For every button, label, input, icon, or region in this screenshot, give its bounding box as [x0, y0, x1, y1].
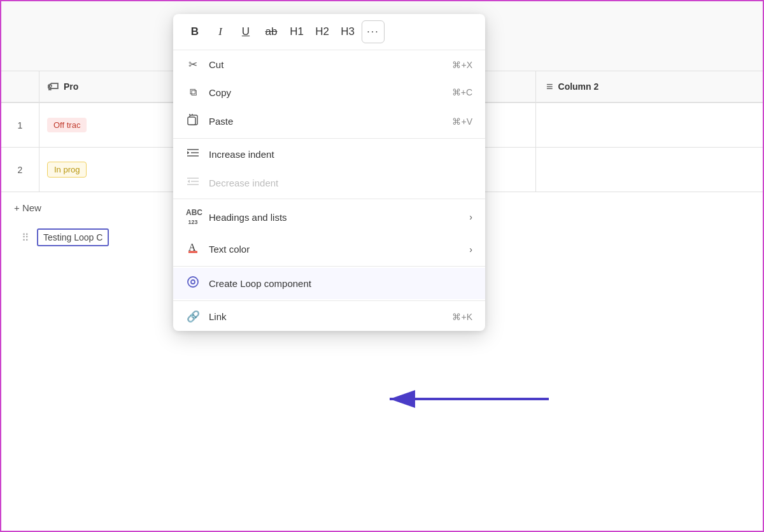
- text-color-label: Text color: [209, 244, 250, 255]
- loop-icon: [186, 276, 200, 291]
- headings-lists-label: Headings and lists: [209, 212, 287, 223]
- headings-chevron-icon: ›: [469, 212, 472, 222]
- row-col2-2: [536, 148, 763, 192]
- copy-menu-item[interactable]: ⧉ Copy ⌘+C: [173, 79, 485, 106]
- more-button[interactable]: ···: [362, 20, 385, 43]
- paste-menu-item[interactable]: Paste ⌘+V: [173, 106, 485, 137]
- divider-1: [173, 138, 485, 139]
- underline-button[interactable]: U: [234, 20, 257, 43]
- format-toolbar: B I U ab H1 H2 H3 ···: [173, 14, 485, 50]
- link-label: Link: [209, 311, 227, 322]
- copy-shortcut: ⌘+C: [452, 87, 472, 97]
- create-loop-menu-item[interactable]: Create Loop component: [173, 268, 485, 299]
- paste-icon: [186, 113, 200, 129]
- cut-shortcut: ⌘+X: [452, 60, 472, 70]
- cut-menu-item[interactable]: ✂ Cut ⌘+X: [173, 50, 485, 79]
- row-num-1: 1: [1, 103, 39, 147]
- svg-point-13: [191, 280, 195, 284]
- increase-indent-icon: [186, 148, 200, 161]
- badge-in-progress: In prog: [47, 162, 87, 178]
- decrease-indent-label: Decrease indent: [209, 178, 278, 188]
- h3-button[interactable]: H3: [336, 20, 359, 43]
- row-num-2: 2: [1, 148, 39, 192]
- svg-rect-1: [188, 117, 195, 125]
- cut-icon: ✂: [186, 58, 200, 71]
- tag-icon: 🏷: [47, 80, 59, 94]
- link-menu-item[interactable]: 🔗 Link ⌘+K: [173, 302, 485, 331]
- link-shortcut: ⌘+K: [452, 312, 472, 322]
- col-col2-header[interactable]: ≡ Column 2: [536, 71, 763, 102]
- h1-button[interactable]: H1: [285, 20, 308, 43]
- divider-4: [173, 300, 485, 301]
- italic-button[interactable]: I: [209, 20, 232, 43]
- copy-label: Copy: [209, 87, 231, 98]
- col2-label: Column 2: [558, 81, 599, 92]
- text-color-menu-item[interactable]: A Text color ›: [173, 234, 485, 265]
- h2-button[interactable]: H2: [311, 20, 334, 43]
- decrease-indent-menu-item[interactable]: Decrease indent: [173, 169, 485, 197]
- svg-point-12: [188, 277, 198, 287]
- link-icon: 🔗: [186, 310, 200, 323]
- paste-shortcut: ⌘+V: [452, 116, 472, 127]
- text-color-icon: A: [186, 241, 200, 257]
- bold-button[interactable]: B: [183, 20, 206, 43]
- increase-indent-menu-item[interactable]: Increase indent: [173, 140, 485, 169]
- col-prop-label: Pro: [64, 81, 78, 92]
- svg-text:A: A: [188, 242, 196, 253]
- strikethrough-button[interactable]: ab: [260, 20, 283, 43]
- cut-label: Cut: [209, 59, 223, 70]
- testing-loop-text[interactable]: Testing Loop C: [37, 228, 109, 246]
- text-color-chevron-icon: ›: [469, 244, 472, 255]
- new-label: + New: [14, 202, 41, 213]
- drag-handle-icon[interactable]: ⠿: [22, 232, 32, 244]
- badge-off-track: Off trac: [47, 118, 87, 132]
- divider-2: [173, 199, 485, 199]
- increase-indent-label: Increase indent: [209, 149, 274, 160]
- col-num-header: [1, 71, 39, 102]
- paste-label: Paste: [209, 116, 233, 127]
- headings-icon: ABC123: [186, 208, 200, 226]
- divider-3: [173, 266, 485, 267]
- create-loop-label: Create Loop component: [209, 278, 311, 289]
- copy-icon: ⧉: [186, 87, 200, 98]
- lines-icon: ≡: [546, 80, 553, 94]
- context-menu: B I U ab H1 H2 H3 ··· ✂ Cut ⌘+X ⧉ Copy ⌘…: [173, 14, 485, 331]
- row-col2-1: [536, 103, 763, 147]
- headings-lists-menu-item[interactable]: ABC123 Headings and lists ›: [173, 200, 485, 234]
- decrease-indent-icon: [186, 176, 200, 190]
